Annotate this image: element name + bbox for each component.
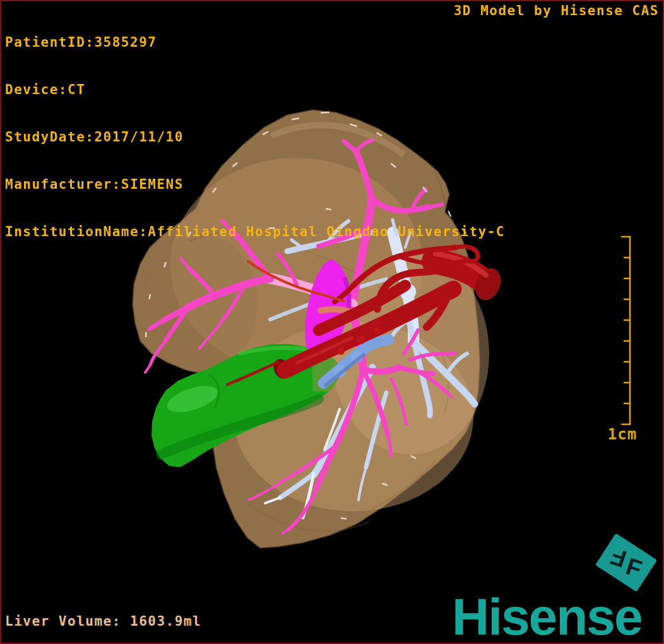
logo-letter-f: F xyxy=(623,554,644,581)
scale-ruler-marks xyxy=(621,237,630,424)
study-date-text: StudyDate:2017/11/10 xyxy=(5,129,505,145)
institution-text: InstitutionName:Affiliated Hospital Qing… xyxy=(5,224,505,240)
device-text: Device:CT xyxy=(5,82,505,98)
model-title: 3D Model by Hisense CAS xyxy=(454,3,659,19)
liver-volume-readout: Liver Volume: 1603.9ml xyxy=(5,614,201,629)
patient-id-text: PatientID:3585297 xyxy=(5,35,505,51)
scale-label: 1cm xyxy=(603,426,641,443)
manufacturer-text: Manufacturer:SIEMENS xyxy=(5,177,505,193)
scale-ruler xyxy=(616,232,644,447)
viewer-window: PatientID:3585297 Device:CT StudyDate:20… xyxy=(0,0,664,644)
patient-info-overlay: PatientID:3585297 Device:CT StudyDate:20… xyxy=(5,3,505,271)
hisense-wordmark: Hisense xyxy=(452,591,642,643)
